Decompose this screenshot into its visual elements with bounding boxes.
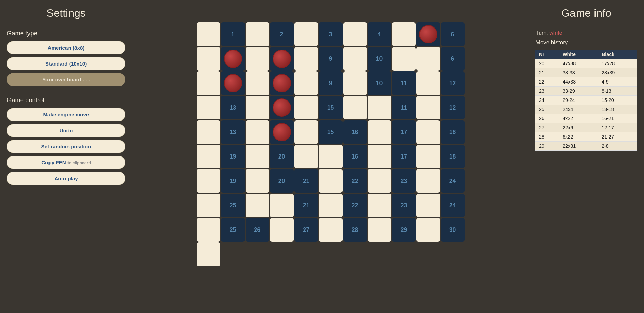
btn-set-random[interactable]: Set random position (7, 140, 125, 153)
board-cell[interactable]: 18 (441, 120, 465, 144)
board-cell[interactable]: 21 (294, 194, 318, 217)
board-cell[interactable] (368, 120, 391, 144)
board-cell[interactable] (368, 194, 391, 217)
board-cell[interactable]: 12 (441, 96, 465, 119)
board-cell[interactable] (294, 71, 318, 95)
board-cell[interactable] (416, 218, 440, 242)
board-cell[interactable] (294, 22, 318, 46)
board-cell[interactable] (246, 145, 269, 168)
board-cell[interactable] (416, 194, 440, 217)
board-cell[interactable]: 9 (319, 47, 343, 71)
board-cell[interactable]: 20 (270, 169, 294, 193)
board-cell[interactable] (294, 96, 318, 119)
board-cell[interactable]: 25 (221, 218, 245, 242)
board-cell[interactable]: 11 (392, 96, 416, 119)
board-cell[interactable] (270, 194, 294, 217)
red-piece[interactable] (224, 74, 242, 92)
board-cell[interactable] (368, 96, 391, 119)
board-cell[interactable] (416, 22, 440, 46)
btn-your-own[interactable]: Your own board . . . (7, 73, 125, 86)
board-cell[interactable] (197, 71, 220, 95)
board-cell[interactable]: 22 (343, 194, 367, 217)
board-cell[interactable]: 16 (343, 145, 367, 168)
btn-copy-fen[interactable]: Copy FEN to clipboard (7, 156, 125, 169)
board-cell[interactable] (368, 145, 391, 168)
board-cell[interactable]: 19 (221, 145, 245, 168)
board-cell[interactable]: 30 (441, 218, 465, 242)
board-cell[interactable]: 23 (392, 169, 416, 193)
board-cell[interactable] (197, 194, 220, 217)
board-cell[interactable] (392, 47, 416, 71)
board-cell[interactable] (197, 218, 220, 242)
board-cell[interactable]: 28 (343, 218, 367, 242)
board-cell[interactable] (294, 47, 318, 71)
board-cell[interactable]: 11 (392, 71, 416, 95)
board-cell[interactable] (319, 145, 343, 168)
board-cell[interactable] (416, 145, 440, 168)
board-cell[interactable] (197, 22, 220, 46)
board-cell[interactable]: 20 (270, 145, 294, 168)
board-cell[interactable]: 13 (221, 120, 245, 144)
board-cell[interactable]: 15 (319, 120, 343, 144)
board-cell[interactable] (197, 169, 220, 193)
red-piece[interactable] (273, 74, 291, 92)
board-cell[interactable] (270, 71, 294, 95)
board-cell[interactable] (221, 47, 245, 71)
board-cell[interactable] (197, 120, 220, 144)
board-cell[interactable] (343, 96, 367, 119)
board-cell[interactable] (343, 71, 367, 95)
board-cell[interactable] (246, 22, 269, 46)
board-cell[interactable] (343, 22, 367, 46)
board-cell[interactable]: 17 (392, 120, 416, 144)
board-cell[interactable] (197, 145, 220, 168)
board-cell[interactable] (392, 22, 416, 46)
board-cell[interactable]: 29 (392, 218, 416, 242)
board-cell[interactable] (343, 47, 367, 71)
board-cell[interactable]: 19 (221, 169, 245, 193)
board-cell[interactable]: 22 (343, 169, 367, 193)
board-cell[interactable] (416, 47, 440, 71)
board-cell[interactable]: 17 (392, 145, 416, 168)
board-cell[interactable] (416, 169, 440, 193)
board-cell[interactable] (368, 169, 391, 193)
board-cell[interactable]: 27 (294, 218, 318, 242)
board-cell[interactable] (246, 120, 269, 144)
btn-make-engine-move[interactable]: Make engine move (7, 108, 125, 121)
red-piece[interactable] (273, 98, 291, 117)
board-cell[interactable] (416, 96, 440, 119)
board-cell[interactable]: 3 (319, 22, 343, 46)
board-cell[interactable]: 2 (270, 22, 294, 46)
board-cell[interactable] (319, 194, 343, 217)
board-cell[interactable]: 21 (294, 169, 318, 193)
board-cell[interactable] (270, 120, 294, 144)
board-cell[interactable] (368, 218, 391, 242)
board-cell[interactable] (197, 96, 220, 119)
board-cell[interactable]: 6 (441, 47, 465, 71)
btn-auto-play[interactable]: Auto play (7, 172, 125, 185)
board-cell[interactable]: 10 (368, 71, 391, 95)
board-cell[interactable] (246, 47, 269, 71)
board-cell[interactable] (319, 169, 343, 193)
board-cell[interactable] (416, 120, 440, 144)
board-cell[interactable] (221, 71, 245, 95)
red-piece[interactable] (273, 50, 291, 68)
board-cell[interactable] (270, 47, 294, 71)
btn-american[interactable]: American (8x8) (7, 41, 125, 54)
board-cell[interactable]: 1 (221, 22, 245, 46)
board-cell[interactable]: 24 (441, 194, 465, 217)
board-cell[interactable]: 25 (221, 194, 245, 217)
checkers-board[interactable]: 1234691069101112131511121315161718192016… (197, 22, 465, 291)
board-cell[interactable] (319, 218, 343, 242)
board-cell[interactable]: 16 (343, 120, 367, 144)
board-cell[interactable] (246, 96, 269, 119)
board-cell[interactable]: 4 (368, 22, 391, 46)
board-cell[interactable]: 13 (221, 96, 245, 119)
board-cell[interactable] (246, 169, 269, 193)
btn-undo[interactable]: Undo (7, 124, 125, 137)
btn-standard[interactable]: Standard (10x10) (7, 57, 125, 70)
board-cell[interactable]: 23 (392, 194, 416, 217)
board-cell[interactable] (270, 218, 294, 242)
board-cell[interactable] (270, 96, 294, 119)
board-cell[interactable] (246, 71, 269, 95)
board-cell[interactable] (294, 145, 318, 168)
